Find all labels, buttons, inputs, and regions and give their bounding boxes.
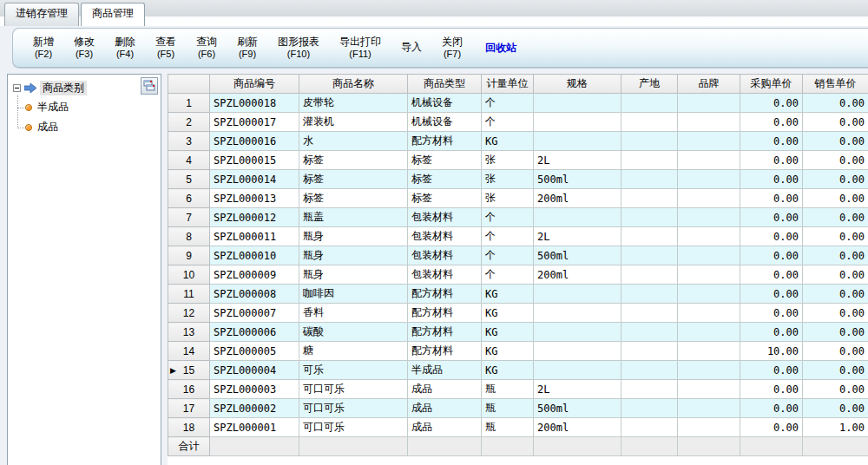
tab-product-management[interactable]: 商品管理 [81, 3, 145, 26]
cell-purchase[interactable]: 0.00 [740, 380, 803, 399]
table-row[interactable]: 12SPZL000007香料配方材料KG0.000.00 [168, 304, 868, 323]
cell-sale[interactable]: 0.00 [803, 208, 868, 227]
table-row[interactable]: 4SPZL000015标签标签张2L0.000.00 [168, 151, 868, 170]
cell-name[interactable]: 可口可乐 [299, 418, 408, 437]
cell-code[interactable]: SPZL000006 [210, 323, 299, 342]
cell-origin[interactable] [621, 94, 678, 113]
row-number-cell[interactable]: 11 [168, 285, 210, 304]
cell-code[interactable]: SPZL000004 [210, 361, 299, 380]
cell-purchase[interactable]: 0.00 [740, 94, 803, 113]
toolbar-button-导出打印[interactable]: 导出打印 (F11) [333, 34, 387, 62]
cell-spec[interactable]: 200ml [534, 265, 621, 285]
cell-code[interactable]: SPZL000010 [210, 246, 299, 265]
cell-spec[interactable]: 2L [534, 380, 621, 399]
toolbar-button-修改[interactable]: 修改 (F3) [68, 34, 101, 62]
table-row[interactable]: 1SPZL000018皮带轮机械设备个0.000.00 [168, 94, 868, 113]
cell-brand[interactable] [678, 285, 740, 304]
column-header[interactable]: 商品编号 [210, 75, 299, 94]
cell-brand[interactable] [678, 208, 740, 227]
cell-purchase[interactable]: 0.00 [740, 418, 803, 437]
cell-spec[interactable]: 500ml [534, 399, 621, 418]
cell-origin[interactable] [621, 265, 678, 285]
cell-sale[interactable]: 0.00 [803, 113, 868, 132]
cell-purchase[interactable]: 0.00 [740, 323, 803, 342]
table-row[interactable]: 14SPZL000005糖配方材料KG10.000.00 [168, 342, 868, 361]
cell-type[interactable]: 标签 [408, 189, 482, 208]
cell-brand[interactable] [678, 189, 740, 208]
column-header[interactable]: 销售单价 [803, 75, 868, 94]
cell-type[interactable]: 配方材料 [408, 342, 482, 361]
cell-brand[interactable] [678, 418, 740, 437]
cell-code[interactable]: SPZL000008 [210, 285, 299, 304]
cell-code[interactable]: SPZL000013 [210, 189, 299, 208]
cell-origin[interactable] [621, 151, 678, 170]
row-number-cell[interactable]: 4 [168, 151, 210, 170]
cell-unit[interactable]: 个 [482, 113, 534, 132]
cell-unit[interactable]: 个 [482, 94, 534, 113]
cell-code[interactable]: SPZL000001 [210, 418, 299, 437]
cell-sale[interactable]: 0.00 [803, 189, 868, 208]
tab-purchase-sale-inventory[interactable]: 进销存管理 [4, 3, 79, 26]
cell-origin[interactable] [621, 113, 678, 132]
table-row[interactable]: 18SPZL000001可口可乐成品瓶200ml0.001.00 [168, 418, 868, 437]
tree-expand-toggle[interactable] [13, 84, 21, 92]
cell-origin[interactable] [621, 227, 678, 246]
column-header[interactable]: 计量单位 [482, 75, 534, 94]
cell-sale[interactable]: 0.00 [803, 170, 868, 189]
cell-code[interactable]: SPZL000007 [210, 304, 299, 323]
cell-origin[interactable] [621, 170, 678, 189]
cell-sale[interactable]: 0.00 [803, 323, 868, 342]
cell-origin[interactable] [621, 246, 678, 265]
cell-code[interactable]: SPZL000014 [210, 170, 299, 189]
cell-name[interactable]: 香料 [299, 304, 408, 323]
table-row[interactable]: 11SPZL000008咖啡因配方材料KG0.000.00 [168, 285, 868, 304]
cell-name[interactable]: 可口可乐 [299, 380, 408, 399]
toolbar-button-关闭[interactable]: 关闭 (F7) [436, 34, 469, 62]
cell-unit[interactable]: 个 [482, 227, 534, 246]
cell-type[interactable]: 包装材料 [408, 208, 482, 227]
cell-brand[interactable] [678, 399, 740, 418]
cell-spec[interactable]: 500ml [534, 246, 621, 265]
cell-code[interactable]: SPZL000009 [210, 265, 299, 285]
table-row[interactable]: 8SPZL000011瓶身包装材料个2L0.000.00 [168, 227, 868, 246]
cell-sale[interactable]: 0.00 [803, 304, 868, 323]
row-number-cell[interactable]: 7 [168, 208, 210, 227]
cell-spec[interactable]: 2L [534, 151, 621, 170]
recycle-bin-link[interactable]: 回收站 [485, 41, 516, 56]
table-row[interactable]: 17SPZL000002可口可乐成品瓶500ml0.000.00 [168, 399, 868, 418]
cell-unit[interactable]: 张 [482, 189, 534, 208]
cell-origin[interactable] [621, 208, 678, 227]
cell-spec[interactable]: 2L [534, 227, 621, 246]
row-number-cell[interactable]: 14 [168, 342, 210, 361]
cell-name[interactable]: 皮带轮 [299, 94, 408, 113]
toolbar-button-删除[interactable]: 删除 (F4) [108, 34, 141, 62]
cell-name[interactable]: 灌装机 [299, 113, 408, 132]
cell-unit[interactable]: 瓶 [482, 418, 534, 437]
cell-origin[interactable] [621, 342, 678, 361]
cell-origin[interactable] [621, 285, 678, 304]
cell-spec[interactable]: 500ml [534, 170, 621, 189]
cell-code[interactable]: SPZL000012 [210, 208, 299, 227]
cell-type[interactable]: 成品 [408, 380, 482, 399]
cell-unit[interactable]: 个 [482, 265, 534, 285]
table-row[interactable]: 10SPZL000009瓶身包装材料个200ml0.000.00 [168, 265, 868, 285]
cell-type[interactable]: 标签 [408, 151, 482, 170]
cell-brand[interactable] [678, 113, 740, 132]
cell-type[interactable]: 成品 [408, 418, 482, 437]
cell-spec[interactable] [534, 361, 621, 380]
cell-type[interactable]: 配方材料 [408, 304, 482, 323]
table-row[interactable]: 2SPZL000017灌装机机械设备个0.000.00 [168, 113, 868, 132]
cell-sale[interactable]: 0.00 [803, 380, 868, 399]
toolbar-button-图形报表[interactable]: 图形报表 (F10) [272, 34, 326, 62]
cell-sale[interactable]: 1.00 [803, 418, 868, 437]
cell-purchase[interactable]: 0.00 [740, 113, 803, 132]
cell-spec[interactable] [534, 132, 621, 151]
cell-spec[interactable]: 200ml [534, 189, 621, 208]
cell-unit[interactable]: KG [482, 285, 534, 304]
column-header[interactable]: 商品名称 [299, 75, 408, 94]
cell-origin[interactable] [621, 418, 678, 437]
cell-brand[interactable] [678, 170, 740, 189]
table-row[interactable]: 13SPZL000006碳酸配方材料KG0.000.00 [168, 323, 868, 342]
cell-origin[interactable] [621, 361, 678, 380]
cell-spec[interactable] [534, 94, 621, 113]
